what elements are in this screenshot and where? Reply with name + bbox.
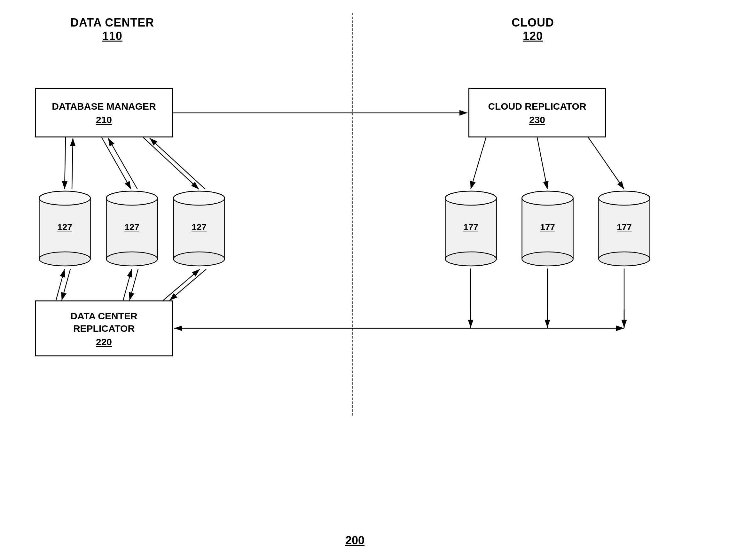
data-center-replicator-box: DATA CENTERREPLICATOR 220 — [35, 300, 173, 356]
svg-point-7 — [106, 191, 158, 205]
svg-point-6 — [106, 252, 158, 266]
svg-line-34 — [537, 137, 547, 189]
svg-point-23 — [599, 191, 650, 205]
cloud-cylinder-1: 177 — [443, 189, 499, 268]
svg-point-2 — [39, 252, 90, 266]
diagram: DATA CENTER 110 CLOUD 120 DATABASE MANAG… — [0, 0, 729, 560]
database-manager-box: DATABASE MANAGER 210 — [35, 88, 173, 137]
diagram-number: 200 — [345, 534, 364, 547]
svg-line-33 — [471, 137, 486, 189]
svg-point-18 — [522, 252, 573, 266]
svg-line-48 — [163, 269, 200, 300]
cloud-cylinder-3: 177 — [596, 189, 652, 268]
svg-line-49 — [169, 269, 206, 300]
svg-line-27 — [65, 137, 66, 189]
svg-line-32 — [150, 138, 205, 189]
svg-line-35 — [588, 137, 624, 189]
dc-cylinder-1: 127 — [37, 189, 93, 268]
svg-line-45 — [62, 269, 70, 300]
svg-point-19 — [522, 191, 573, 205]
svg-point-15 — [446, 191, 497, 205]
cloud-cylinder-2: 177 — [520, 189, 576, 268]
dc-cylinder-3: 127 — [171, 189, 227, 268]
svg-point-22 — [599, 252, 650, 266]
svg-line-44 — [56, 269, 65, 300]
svg-point-3 — [39, 191, 90, 205]
svg-line-29 — [102, 137, 131, 189]
dashed-divider — [352, 13, 353, 416]
cloud-label: CLOUD 120 — [512, 16, 554, 43]
data-center-label: DATA CENTER 110 — [70, 16, 154, 43]
svg-point-11 — [174, 191, 225, 205]
svg-line-30 — [108, 138, 137, 189]
svg-point-14 — [446, 252, 497, 266]
svg-line-47 — [129, 269, 138, 300]
svg-line-46 — [123, 269, 132, 300]
arrows-overlay — [0, 0, 729, 560]
svg-line-28 — [72, 138, 73, 189]
svg-line-31 — [143, 137, 199, 189]
dc-cylinder-2: 127 — [104, 189, 160, 268]
cloud-replicator-box: CLOUD REPLICATOR 230 — [469, 88, 606, 137]
svg-point-10 — [174, 252, 225, 266]
